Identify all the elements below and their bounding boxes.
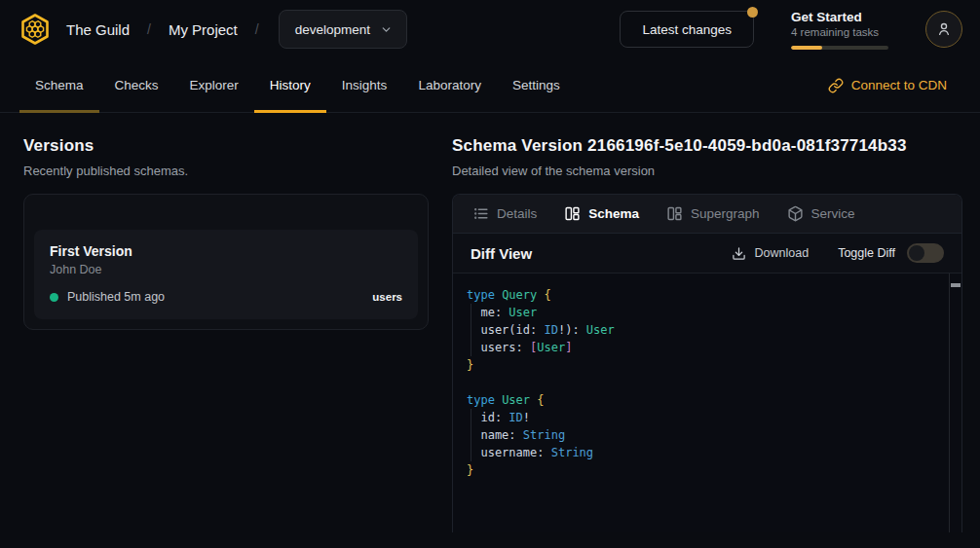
breadcrumb: The Guild / My Project / [66,21,259,38]
cube-icon [787,205,804,222]
connect-cdn-label: Connect to CDN [851,78,947,92]
code-line: username: String [467,444,935,461]
get-started-progress-fill [791,46,822,50]
guild-logo-icon[interactable] [18,12,53,47]
tab-supergraph[interactable]: Supergraph [653,195,773,233]
diff-view-header: Diff View Download Toggle D [453,234,961,274]
user-icon [935,20,953,38]
scrollbar-thumb[interactable] [951,283,961,287]
code-scrollbar[interactable] [949,274,961,532]
latest-changes-button[interactable]: Latest changes [620,11,754,48]
version-service-badge: users [372,291,402,303]
target-selector[interactable]: development [279,10,407,49]
tab-details[interactable]: Details [459,195,550,233]
schema-version-panel: Schema Version 2166196f-5e10-4059-bd0a-0… [452,136,962,532]
toggle-diff-label: Toggle Diff [838,246,895,260]
code-line: id: ID! [467,409,935,426]
breadcrumb-separator: / [255,21,259,37]
detail-tabs: Details Schema [453,195,961,234]
list-icon [472,205,489,222]
tab-laboratory[interactable]: Laboratory [402,58,497,112]
code-line: type Query { [467,286,935,304]
version-status: Published 5m ago [67,290,165,304]
version-title: First Version [50,243,402,259]
diff-view-title: Diff View [471,245,532,262]
code-block[interactable]: type Query { me: User user(id: ID!): Use… [453,274,949,532]
chevron-down-icon [380,23,393,36]
tab-service-label: Service [811,206,855,221]
code-line: user(id: ID!): User [467,321,935,339]
tab-checks[interactable]: Checks [99,58,174,112]
code-line: name: String [467,426,935,444]
tab-insights[interactable]: Insights [326,58,403,112]
main-content: Versions Recently published schemas. Fir… [0,113,980,532]
code-line: } [467,356,935,374]
versions-list-card: First Version John Doe Published 5m ago … [23,194,429,330]
tab-explorer[interactable]: Explorer [174,58,254,112]
code-line: users: [User] [467,339,935,356]
tab-settings[interactable]: Settings [497,58,576,112]
versions-panel: Versions Recently published schemas. Fir… [23,136,429,532]
versions-subtitle: Recently published schemas. [23,164,429,178]
connect-cdn-link[interactable]: Connect to CDN [828,58,947,112]
schema-detail-card: Details Schema [452,194,962,532]
code-line: me: User [467,304,935,321]
toggle-diff-switch[interactable] [907,243,944,263]
tab-details-label: Details [497,206,537,221]
code-line: } [467,461,935,479]
switch-knob [909,245,924,261]
schema-code-area: type Query { me: User user(id: ID!): Use… [453,274,961,532]
app-header: The Guild / My Project / development Lat… [0,0,980,58]
tab-schema-view-label: Schema [588,206,639,221]
get-started-progress [791,46,888,50]
tab-service[interactable]: Service [773,195,869,233]
tab-schema-view[interactable]: Schema [550,195,653,233]
org-link[interactable]: The Guild [66,21,130,38]
link-icon [828,78,844,93]
avatar-button[interactable] [925,11,962,48]
breadcrumb-separator: / [147,21,151,37]
get-started-widget[interactable]: Get Started 4 remaining tasks [791,10,888,50]
project-link[interactable]: My Project [169,21,238,38]
columns-icon [666,205,683,222]
download-icon [732,246,746,261]
get-started-subtitle: 4 remaining tasks [791,26,888,38]
download-label: Download [755,246,810,260]
tab-schema[interactable]: Schema [19,58,99,112]
version-author: John Doe [50,263,402,276]
tab-supergraph-label: Supergraph [691,206,760,221]
notification-dot [747,7,758,18]
columns-icon [564,205,581,222]
get-started-title: Get Started [791,10,888,24]
versions-title: Versions [23,136,429,156]
tab-history[interactable]: History [254,58,326,112]
version-card[interactable]: First Version John Doe Published 5m ago … [34,230,418,319]
code-line: type User { [467,391,935,409]
code-line [467,374,935,391]
schema-version-subtitle: Detailed view of the schema version [452,164,962,178]
published-status-dot [50,293,58,302]
schema-version-title: Schema Version 2166196f-5e10-4059-bd0a-0… [452,136,962,156]
main-nav: Schema Checks Explorer History Insights … [0,58,980,113]
target-selector-value: development [295,22,370,37]
latest-changes-label: Latest changes [642,22,732,37]
download-button[interactable]: Download [732,246,810,261]
